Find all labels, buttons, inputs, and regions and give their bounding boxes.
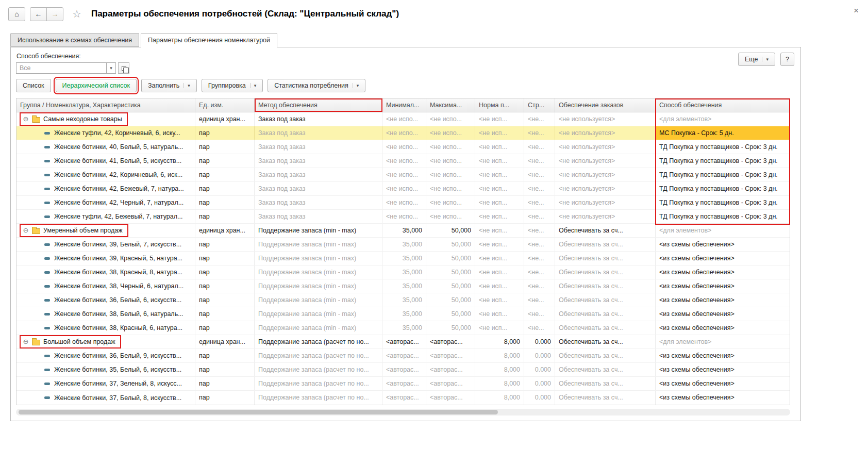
name-cell[interactable]: Женские ботинки, 37, Белый, 8, искусств.… (16, 391, 195, 405)
item-row[interactable]: Женские туфли, 42, Коричневый, 6, иску..… (16, 126, 790, 140)
collapse-expander-icon[interactable]: ⊖ (22, 335, 29, 348)
cell[interactable]: <не испо... (382, 112, 426, 126)
tab-1[interactable]: Использование в схемах обеспечения (10, 33, 139, 47)
cell[interactable]: 35,000 (382, 321, 426, 335)
hierarchical-list-button[interactable]: Иерархический список (56, 79, 137, 92)
cell[interactable]: <не испо... (426, 126, 475, 140)
cell[interactable]: 8,000 (475, 335, 524, 348)
cell[interactable]: 8,000 (475, 391, 524, 405)
name-cell[interactable]: Женские ботинки, 38, Белый, 6, натураль.… (16, 307, 195, 321)
cell[interactable]: ТД Покупка у поставщиков - Срок: 3 дн. (656, 182, 790, 195)
cell[interactable]: Поддержание запаса (расчет по но... (255, 335, 382, 348)
name-cell[interactable]: Женские туфли, 42, Бежевый, 7, натурал..… (16, 210, 195, 223)
cell[interactable]: <не испо... (382, 126, 426, 140)
cell[interactable]: <для элементов> (656, 335, 790, 348)
cell[interactable]: Обеспечивать за сч... (555, 224, 656, 237)
cell[interactable]: Обеспечивать за сч... (555, 265, 656, 279)
cell[interactable]: Обеспечивать за сч... (555, 307, 656, 321)
cell[interactable]: <из схемы обеспечения> (656, 265, 790, 279)
name-cell[interactable]: Женские ботинки, 38, Красный, 6, натура.… (16, 321, 195, 335)
item-row[interactable]: Женские ботинки, 35, Белый, 6, искусств.… (16, 363, 790, 377)
cell[interactable]: пар (195, 391, 255, 405)
cell[interactable]: <не... (524, 168, 555, 181)
cell[interactable]: <из схемы обеспечения> (656, 321, 790, 335)
cell[interactable]: 50,000 (426, 307, 475, 321)
cell[interactable]: 35,000 (382, 307, 426, 321)
name-cell[interactable]: ⊖Умеренный объем продаж (16, 224, 195, 237)
cell[interactable]: <не испо... (382, 154, 426, 168)
column-header-3[interactable]: Минимал... (382, 98, 426, 112)
cell[interactable]: ТД Покупка у поставщиков - Срок: 3 дн. (656, 140, 790, 154)
cell[interactable]: <не используется> (555, 210, 656, 223)
cell[interactable]: <не испо... (426, 112, 475, 126)
cell[interactable]: <не исп... (475, 154, 524, 168)
cell[interactable]: пар (195, 252, 255, 265)
supply-way-filter-input[interactable]: Все (16, 62, 107, 74)
cell[interactable]: Обеспечивать за сч... (555, 363, 656, 376)
cell[interactable]: Поддержание запаса (расчет по но... (255, 377, 382, 390)
cell[interactable]: пар (195, 279, 255, 293)
name-cell[interactable]: Женские ботинки, 37, Зеленый, 8, искусс.… (16, 377, 195, 390)
cell[interactable]: <не исп... (475, 293, 524, 307)
cell[interactable]: <из схемы обеспечения> (656, 279, 790, 293)
item-row[interactable]: Женские ботинки, 37, Зеленый, 8, искусс.… (16, 377, 790, 391)
item-row[interactable]: Женские ботинки, 40, Белый, 5, натураль.… (16, 140, 790, 154)
cell[interactable]: Заказ под заказ (255, 182, 382, 195)
cell[interactable]: 35,000 (382, 252, 426, 265)
name-cell[interactable]: Женские ботинки, 39, Красный, 5, натура.… (16, 252, 195, 265)
cell[interactable]: <из схемы обеспечения> (656, 238, 790, 251)
cell[interactable]: <не... (524, 210, 555, 223)
item-row[interactable]: Женские ботинки, 42, Черный, 7, натурал.… (16, 196, 790, 210)
cell[interactable]: 0.000 (524, 335, 555, 348)
cell[interactable]: пар (195, 307, 255, 321)
item-row[interactable]: Женские ботинки, 36, Белый, 6, искусств.… (16, 293, 790, 307)
cell[interactable]: 8,000 (475, 377, 524, 390)
close-button[interactable]: × (854, 6, 859, 15)
item-row[interactable]: Женские ботинки, 36, Белый, 9, искусств.… (16, 349, 790, 363)
cell[interactable]: <из схемы обеспечения> (656, 349, 790, 362)
cell[interactable]: <авторас... (426, 391, 475, 405)
cell[interactable]: <не исп... (475, 182, 524, 195)
cell[interactable]: пар (195, 154, 255, 168)
cell[interactable]: Заказ под заказ (255, 140, 382, 154)
column-header-7[interactable]: Обеспечение заказов (555, 98, 656, 112)
column-header-1[interactable]: Ед. изм. (195, 98, 255, 112)
group-row[interactable]: ⊖Умеренный объем продажединица хран...По… (16, 224, 790, 238)
name-cell[interactable]: ⊖Самые неходовые товары (16, 112, 195, 126)
cell[interactable]: <не... (524, 307, 555, 321)
consumption-stats-button[interactable]: Статистика потребления ▾ (268, 79, 365, 92)
cell[interactable]: <не используется> (555, 126, 656, 140)
cell[interactable]: <не... (524, 154, 555, 168)
name-cell[interactable]: Женские ботинки, 42, Черный, 7, натурал.… (16, 196, 195, 209)
cell[interactable]: <не испо... (426, 168, 475, 181)
horizontal-scrollbar[interactable] (16, 409, 790, 416)
name-cell[interactable]: Женские ботинки, 38, Черный, 6, натурал.… (16, 279, 195, 293)
name-cell[interactable]: Женские ботинки, 41, Белый, 5, искусств.… (16, 154, 195, 168)
name-cell[interactable]: ⊖Большой объем продаж (16, 335, 195, 348)
cell[interactable]: <не... (524, 252, 555, 265)
cell[interactable]: <из схемы обеспечения> (656, 293, 790, 307)
cell[interactable]: Обеспечивать за сч... (555, 349, 656, 362)
cell[interactable]: 35,000 (382, 279, 426, 293)
cell[interactable]: Обеспечивать за сч... (555, 335, 656, 348)
name-cell[interactable]: Женские ботинки, 40, Белый, 5, натураль.… (16, 140, 195, 154)
cell[interactable]: <авторас... (426, 377, 475, 390)
cell[interactable]: Заказ под заказ (255, 154, 382, 168)
group-row[interactable]: ⊖Самые неходовые товарыединица хран...За… (16, 112, 790, 126)
cell[interactable]: <не исп... (475, 126, 524, 140)
cell[interactable]: Поддержание запаса (min - max) (255, 321, 382, 335)
cell[interactable]: <не испо... (382, 196, 426, 209)
cell[interactable]: <авторас... (382, 335, 426, 348)
cell[interactable]: Заказ под заказ (255, 210, 382, 223)
cell[interactable]: <из схемы обеспечения> (656, 377, 790, 390)
cell[interactable]: Поддержание запаса (min - max) (255, 265, 382, 279)
cell[interactable]: <из схемы обеспечения> (656, 307, 790, 321)
fill-button[interactable]: Заполнить ▾ (141, 79, 197, 92)
cell[interactable]: <не... (524, 224, 555, 237)
cell[interactable]: единица хран... (195, 224, 255, 237)
cell[interactable]: <не... (524, 265, 555, 279)
cell[interactable]: <авторас... (426, 335, 475, 348)
cell[interactable]: пар (195, 293, 255, 307)
column-header-2[interactable]: Метод обеспечения (255, 98, 382, 112)
cell[interactable]: 50,000 (426, 224, 475, 237)
